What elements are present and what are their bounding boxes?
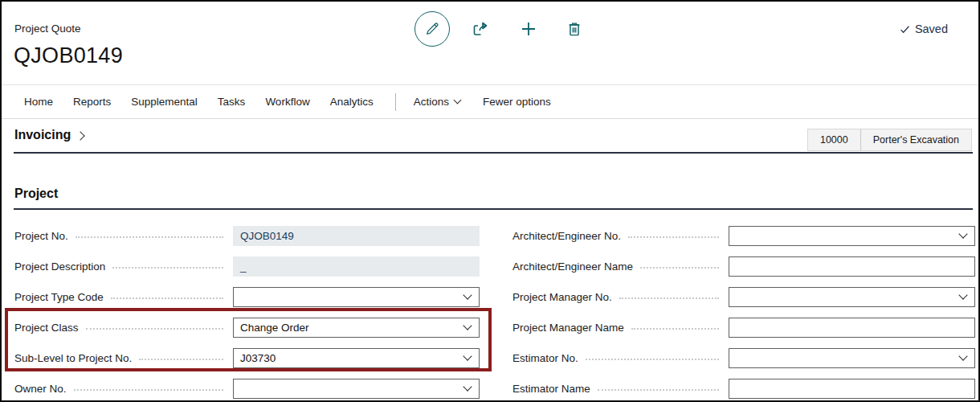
page-header: Project Quote QJOB0149	[2, 2, 978, 85]
share-icon	[471, 19, 490, 39]
menu-item-reports[interactable]: Reports	[73, 96, 111, 108]
field-owner-no[interactable]	[233, 379, 480, 399]
field-sub-level-to-project-no[interactable]: J03730	[233, 348, 480, 368]
form-row: Architect/Engineer Name	[512, 251, 975, 281]
menu-item-home[interactable]: Home	[24, 96, 53, 108]
form-row: Project Type Code	[14, 281, 480, 312]
trash-icon	[566, 20, 583, 38]
save-status-label: Saved	[915, 23, 948, 35]
field-label: Estimator No.	[512, 352, 578, 364]
menu-item-workflow[interactable]: Workflow	[265, 96, 309, 108]
dotted-leader	[631, 328, 719, 330]
share-button[interactable]	[471, 19, 490, 39]
form-row: Sub-Level to Project No. J03730	[14, 343, 480, 373]
page-caption: Project Quote	[14, 23, 81, 35]
chevron-down-icon[interactable]	[463, 382, 472, 391]
action-menubar: Home Reports Supplemental Tasks Workflow…	[2, 85, 978, 119]
project-section-rule	[14, 208, 973, 210]
page-title: QJOB0149	[14, 43, 123, 68]
dotted-leader	[628, 236, 719, 238]
menu-item-tasks[interactable]: Tasks	[218, 96, 246, 108]
chevron-right-icon	[76, 131, 85, 140]
form-row: Project Description _	[14, 251, 480, 281]
menu-divider	[395, 93, 396, 111]
field-label: Architect/Engineer Name	[512, 260, 633, 273]
actions-label: Actions	[414, 96, 449, 108]
edit-pencil-icon	[424, 21, 440, 37]
form-row: Architect/Engineer No.	[512, 220, 975, 251]
form-row: Estimator No.	[512, 343, 975, 373]
record-badges: 10000 Porter's Excavation	[807, 129, 972, 151]
chevron-down-icon	[454, 96, 462, 105]
dotted-leader	[619, 297, 719, 299]
field-label: Project Description	[14, 260, 105, 273]
field-project-manager-no[interactable]	[729, 287, 975, 307]
customer-no-badge[interactable]: 10000	[807, 129, 861, 151]
field-label: Architect/Engineer No.	[512, 230, 621, 242]
dropdown-value: Change Order	[240, 322, 309, 334]
field-project-description: _	[233, 256, 480, 277]
menu-item-actions[interactable]: Actions	[414, 96, 460, 108]
field-label: Project No.	[14, 230, 68, 242]
field-label: Project Type Code	[14, 291, 104, 303]
save-status: Saved	[899, 23, 948, 35]
field-label: Project Class	[14, 322, 79, 334]
dotted-leader	[112, 267, 223, 269]
edit-button[interactable]	[414, 11, 450, 47]
field-estimator-name[interactable]	[729, 379, 975, 399]
field-project-manager-name[interactable]	[729, 318, 975, 338]
dotted-leader	[598, 389, 719, 391]
project-section-title: Project	[14, 187, 58, 201]
form-column-left: Project No. QJOB0149 Project Description…	[14, 220, 480, 402]
invoicing-band: Invoicing 10000 Porter's Excavation	[2, 119, 978, 154]
field-label: Project Manager No.	[512, 291, 612, 303]
invoicing-section-link[interactable]: Invoicing	[14, 128, 84, 142]
chevron-down-icon[interactable]	[463, 290, 472, 299]
field-estimator-no[interactable]	[729, 348, 975, 368]
menu-item-supplemental[interactable]: Supplemental	[131, 96, 198, 108]
menu-item-analytics[interactable]: Analytics	[330, 96, 374, 108]
plus-icon	[519, 19, 538, 39]
dotted-leader	[111, 297, 223, 299]
chevron-down-icon[interactable]	[463, 351, 472, 360]
form-row: Estimator Name	[512, 373, 975, 402]
form-row: Project Class Change Order	[14, 312, 480, 343]
form-row: Project Manager No.	[512, 281, 975, 312]
check-icon	[899, 23, 911, 35]
field-label: Sub-Level to Project No.	[14, 352, 132, 364]
customer-name-badge[interactable]: Porter's Excavation	[860, 129, 972, 151]
chevron-down-icon[interactable]	[958, 229, 967, 238]
invoicing-rule	[14, 152, 973, 154]
dotted-leader	[640, 267, 719, 269]
dotted-leader	[139, 359, 223, 360]
new-button[interactable]	[519, 19, 538, 39]
dotted-leader	[74, 389, 223, 391]
delete-button[interactable]	[566, 20, 583, 38]
field-label: Owner No.	[14, 383, 67, 395]
form-row: Owner No.	[14, 373, 480, 402]
dotted-leader	[86, 328, 223, 330]
project-quote-page: { "page": { "caption": "Project Quote", …	[0, 0, 980, 402]
field-label: Estimator Name	[512, 383, 590, 395]
menu-item-fewer-options[interactable]: Fewer options	[483, 96, 551, 108]
form-column-right: Architect/Engineer No. Architect/Enginee…	[512, 220, 975, 402]
field-project-no: QJOB0149	[233, 226, 480, 246]
dotted-leader	[586, 359, 719, 360]
chevron-down-icon[interactable]	[958, 351, 967, 360]
dropdown-value: J03730	[240, 352, 276, 364]
dotted-leader	[76, 236, 223, 238]
form-row: Project Manager Name	[512, 312, 975, 343]
field-label: Project Manager Name	[512, 322, 624, 334]
record-toolbar	[414, 11, 583, 47]
chevron-down-icon[interactable]	[958, 290, 967, 299]
invoicing-label: Invoicing	[14, 128, 71, 142]
field-project-class[interactable]: Change Order	[233, 318, 480, 338]
form-row: Project No. QJOB0149	[14, 220, 480, 251]
chevron-down-icon[interactable]	[463, 321, 472, 330]
field-architect-engineer-no[interactable]	[729, 226, 975, 246]
field-architect-engineer-name[interactable]	[729, 256, 975, 277]
field-project-type-code[interactable]	[233, 287, 480, 307]
